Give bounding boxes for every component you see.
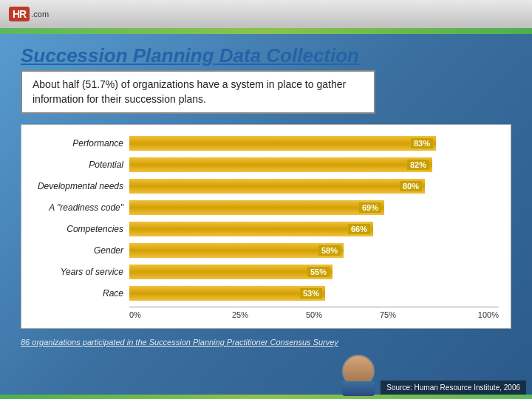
slide: HR .com Succession Planning Data Collect… bbox=[0, 0, 532, 399]
bar-track: 80% bbox=[129, 179, 499, 194]
bar-label: Potential bbox=[33, 160, 129, 170]
bar-label: Competencies bbox=[33, 224, 129, 234]
bar-fill: 53% bbox=[129, 286, 325, 301]
bar-row: Performance83% bbox=[33, 135, 499, 151]
main-content: Succession Planning Data Collection Abou… bbox=[0, 34, 532, 354]
bar-pct-label: 58% bbox=[318, 245, 341, 256]
bar-track: 58% bbox=[129, 243, 499, 258]
avatar bbox=[342, 355, 375, 395]
logo: HR .com bbox=[9, 7, 49, 21]
x-axis-label: 0% bbox=[129, 310, 203, 319]
bar-row: A "readiness code"69% bbox=[33, 200, 499, 216]
bar-track: 69% bbox=[129, 200, 499, 215]
bar-label: Performance bbox=[33, 138, 129, 149]
bar-pct-label: 69% bbox=[359, 202, 381, 213]
slide-title: Succession Planning Data Collection bbox=[21, 44, 511, 67]
bar-row: Developmental needs80% bbox=[33, 178, 499, 194]
bar-pct-label: 53% bbox=[300, 288, 322, 299]
bar-fill: 82% bbox=[129, 157, 432, 172]
logo-dotcom: .com bbox=[31, 10, 49, 18]
bar-label: A "readiness code" bbox=[33, 202, 129, 213]
bar-track: 82% bbox=[129, 157, 499, 172]
bar-fill: 55% bbox=[129, 265, 332, 279]
bar-pct-label: 83% bbox=[411, 138, 433, 149]
bar-label: Developmental needs bbox=[33, 181, 129, 191]
bar-fill: 80% bbox=[129, 179, 425, 194]
bar-fill: 83% bbox=[129, 136, 436, 151]
bar-label: Race bbox=[33, 288, 129, 299]
x-axis-label: 75% bbox=[351, 310, 425, 319]
accent-bar-bottom bbox=[0, 395, 532, 399]
source-box: Source: Human Resource Institute, 2006 bbox=[381, 381, 526, 395]
bar-label: Years of service bbox=[33, 267, 129, 277]
bar-row: Gender58% bbox=[33, 242, 499, 259]
bar-fill: 69% bbox=[129, 200, 384, 215]
bottom-area: 86 organizations participated in the Suc… bbox=[21, 335, 511, 347]
bar-pct-label: 55% bbox=[307, 267, 330, 277]
bar-label: Gender bbox=[33, 245, 129, 256]
bar-track: 53% bbox=[129, 286, 499, 301]
accent-bar-top bbox=[0, 28, 532, 34]
bar-track: 55% bbox=[129, 265, 499, 279]
bar-row: Potential82% bbox=[33, 157, 499, 173]
bar-row: Race53% bbox=[33, 285, 499, 301]
x-axis-label: 25% bbox=[203, 310, 277, 319]
logo-hr: HR bbox=[9, 7, 30, 21]
x-axis-label: 100% bbox=[425, 310, 499, 319]
footnote: 86 organizations participated in the Suc… bbox=[21, 338, 338, 347]
top-bar: HR .com bbox=[0, 0, 532, 28]
bar-pct-label: 66% bbox=[348, 224, 370, 234]
x-axis: 0%25%50%75%100% bbox=[129, 307, 499, 319]
bar-row: Years of service55% bbox=[33, 264, 499, 280]
subtitle-box: About half (51.7%) of organizations have… bbox=[21, 70, 375, 114]
bar-track: 83% bbox=[129, 136, 499, 151]
x-axis-label: 50% bbox=[277, 310, 351, 319]
bar-pct-label: 82% bbox=[407, 160, 429, 170]
bar-fill: 66% bbox=[129, 222, 373, 236]
bar-row: Competencies66% bbox=[33, 221, 499, 237]
bar-pct-label: 80% bbox=[400, 181, 422, 191]
bar-fill: 58% bbox=[129, 243, 344, 258]
chart-container: Performance83%Potential82%Developmental … bbox=[21, 124, 511, 329]
bar-track: 66% bbox=[129, 222, 499, 236]
